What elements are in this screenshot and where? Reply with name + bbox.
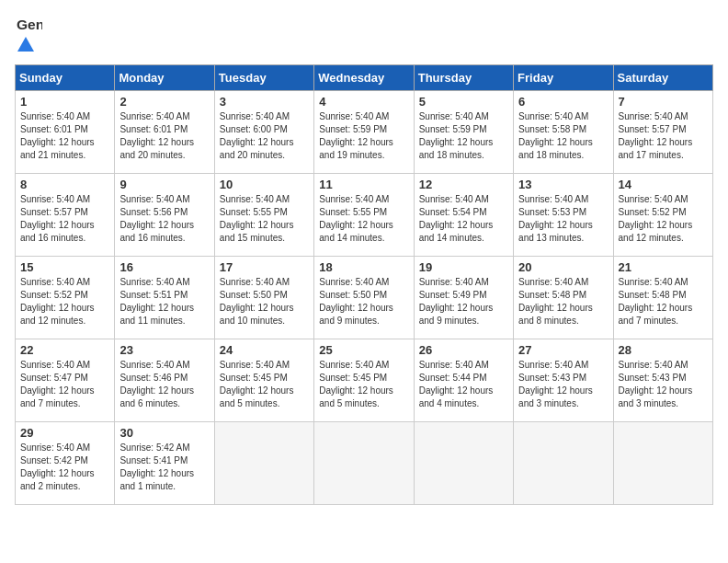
calendar-cell bbox=[314, 422, 414, 505]
weekday-header-saturday: Saturday bbox=[613, 65, 712, 91]
calendar-cell: 27 Sunrise: 5:40 AMSunset: 5:43 PMDaylig… bbox=[514, 339, 613, 422]
calendar-cell: 9 Sunrise: 5:40 AMSunset: 5:56 PMDayligh… bbox=[115, 174, 214, 257]
calendar-week-row: 29 Sunrise: 5:40 AMSunset: 5:42 PMDaylig… bbox=[16, 422, 713, 505]
day-number: 8 bbox=[20, 178, 109, 191]
calendar-cell: 12 Sunrise: 5:40 AMSunset: 5:54 PMDaylig… bbox=[414, 174, 513, 257]
day-info: Sunrise: 5:40 AMSunset: 5:50 PMDaylight:… bbox=[220, 277, 294, 326]
weekday-header-monday: Monday bbox=[115, 65, 214, 91]
day-number: 29 bbox=[20, 426, 109, 440]
day-number: 26 bbox=[419, 343, 508, 357]
calendar-cell: 17 Sunrise: 5:40 AMSunset: 5:50 PMDaylig… bbox=[214, 257, 313, 339]
calendar-cell: 4 Sunrise: 5:40 AMSunset: 5:59 PMDayligh… bbox=[314, 91, 414, 174]
calendar-cell: 21 Sunrise: 5:40 AMSunset: 5:48 PMDaylig… bbox=[613, 257, 712, 339]
calendar-week-row: 22 Sunrise: 5:40 AMSunset: 5:47 PMDaylig… bbox=[16, 339, 713, 422]
weekday-header-friday: Friday bbox=[514, 65, 613, 91]
calendar-cell: 19 Sunrise: 5:40 AMSunset: 5:49 PMDaylig… bbox=[414, 257, 513, 339]
calendar-cell: 18 Sunrise: 5:40 AMSunset: 5:50 PMDaylig… bbox=[314, 257, 414, 339]
day-info: Sunrise: 5:40 AMSunset: 5:45 PMDaylight:… bbox=[319, 360, 393, 408]
day-number: 28 bbox=[619, 343, 708, 357]
calendar-cell: 1 Sunrise: 5:40 AMSunset: 6:01 PMDayligh… bbox=[16, 91, 115, 174]
day-info: Sunrise: 5:40 AMSunset: 5:59 PMDaylight:… bbox=[319, 111, 393, 160]
day-number: 16 bbox=[119, 260, 209, 274]
calendar-cell: 20 Sunrise: 5:40 AMSunset: 5:48 PMDaylig… bbox=[514, 257, 613, 339]
weekday-header-row: SundayMondayTuesdayWednesdayThursdayFrid… bbox=[16, 65, 713, 91]
day-info: Sunrise: 5:40 AMSunset: 5:45 PMDaylight:… bbox=[220, 360, 294, 408]
calendar-cell: 7 Sunrise: 5:40 AMSunset: 5:57 PMDayligh… bbox=[613, 91, 712, 174]
day-info: Sunrise: 5:40 AMSunset: 5:48 PMDaylight:… bbox=[518, 277, 593, 326]
day-info: Sunrise: 5:40 AMSunset: 6:01 PMDaylight:… bbox=[119, 111, 194, 160]
calendar-cell: 3 Sunrise: 5:40 AMSunset: 6:00 PMDayligh… bbox=[214, 91, 313, 174]
day-info: Sunrise: 5:40 AMSunset: 5:56 PMDaylight:… bbox=[119, 194, 194, 243]
day-number: 3 bbox=[220, 95, 309, 109]
day-info: Sunrise: 5:40 AMSunset: 5:42 PMDaylight:… bbox=[20, 442, 95, 491]
day-number: 2 bbox=[119, 95, 209, 109]
day-number: 15 bbox=[20, 260, 109, 274]
calendar-cell: 6 Sunrise: 5:40 AMSunset: 5:58 PMDayligh… bbox=[514, 91, 613, 174]
calendar-cell bbox=[214, 422, 313, 505]
calendar-week-row: 1 Sunrise: 5:40 AMSunset: 6:01 PMDayligh… bbox=[16, 91, 713, 174]
calendar-cell: 24 Sunrise: 5:40 AMSunset: 5:45 PMDaylig… bbox=[214, 339, 313, 422]
day-number: 11 bbox=[319, 178, 408, 191]
calendar-cell: 22 Sunrise: 5:40 AMSunset: 5:47 PMDaylig… bbox=[16, 339, 115, 422]
calendar-cell: 25 Sunrise: 5:40 AMSunset: 5:45 PMDaylig… bbox=[314, 339, 414, 422]
day-info: Sunrise: 5:42 AMSunset: 5:41 PMDaylight:… bbox=[119, 442, 194, 491]
calendar-cell: 28 Sunrise: 5:40 AMSunset: 5:43 PMDaylig… bbox=[613, 339, 712, 422]
logo-triangle-icon bbox=[16, 35, 36, 55]
day-number: 25 bbox=[319, 343, 408, 357]
day-number: 6 bbox=[518, 95, 608, 109]
weekday-header-sunday: Sunday bbox=[16, 65, 115, 91]
calendar-cell: 11 Sunrise: 5:40 AMSunset: 5:55 PMDaylig… bbox=[314, 174, 414, 257]
day-number: 20 bbox=[518, 260, 608, 274]
svg-marker-1 bbox=[17, 37, 34, 52]
page-header: General bbox=[15, 15, 713, 55]
day-info: Sunrise: 5:40 AMSunset: 5:53 PMDaylight:… bbox=[518, 194, 593, 243]
day-info: Sunrise: 5:40 AMSunset: 6:00 PMDaylight:… bbox=[220, 111, 294, 160]
day-number: 21 bbox=[619, 260, 708, 274]
day-info: Sunrise: 5:40 AMSunset: 5:52 PMDaylight:… bbox=[619, 194, 693, 243]
day-info: Sunrise: 5:40 AMSunset: 5:52 PMDaylight:… bbox=[20, 277, 95, 326]
day-number: 1 bbox=[20, 95, 109, 109]
day-info: Sunrise: 5:40 AMSunset: 5:43 PMDaylight:… bbox=[518, 360, 593, 408]
calendar-cell: 5 Sunrise: 5:40 AMSunset: 5:59 PMDayligh… bbox=[414, 91, 513, 174]
day-number: 7 bbox=[619, 95, 708, 109]
calendar-cell: 16 Sunrise: 5:40 AMSunset: 5:51 PMDaylig… bbox=[115, 257, 214, 339]
logo-icon: General bbox=[17, 15, 42, 35]
calendar-cell bbox=[414, 422, 513, 505]
calendar-cell: 10 Sunrise: 5:40 AMSunset: 5:55 PMDaylig… bbox=[214, 174, 313, 257]
day-info: Sunrise: 5:40 AMSunset: 5:50 PMDaylight:… bbox=[319, 277, 393, 326]
day-info: Sunrise: 5:40 AMSunset: 5:43 PMDaylight:… bbox=[619, 360, 693, 408]
day-info: Sunrise: 5:40 AMSunset: 5:59 PMDaylight:… bbox=[419, 111, 494, 160]
day-number: 24 bbox=[220, 343, 309, 357]
day-info: Sunrise: 5:40 AMSunset: 5:55 PMDaylight:… bbox=[220, 194, 294, 243]
calendar-cell: 2 Sunrise: 5:40 AMSunset: 6:01 PMDayligh… bbox=[115, 91, 214, 174]
day-number: 18 bbox=[319, 260, 408, 274]
day-number: 10 bbox=[220, 178, 309, 191]
calendar-cell: 30 Sunrise: 5:42 AMSunset: 5:41 PMDaylig… bbox=[115, 422, 214, 505]
calendar-cell bbox=[514, 422, 613, 505]
day-number: 13 bbox=[518, 178, 608, 191]
day-number: 19 bbox=[419, 260, 508, 274]
day-info: Sunrise: 5:40 AMSunset: 5:57 PMDaylight:… bbox=[20, 194, 95, 243]
day-info: Sunrise: 5:40 AMSunset: 5:48 PMDaylight:… bbox=[619, 277, 693, 326]
calendar-cell: 8 Sunrise: 5:40 AMSunset: 5:57 PMDayligh… bbox=[16, 174, 115, 257]
day-info: Sunrise: 5:40 AMSunset: 5:44 PMDaylight:… bbox=[419, 360, 494, 408]
day-info: Sunrise: 5:40 AMSunset: 5:47 PMDaylight:… bbox=[20, 360, 95, 408]
day-number: 22 bbox=[20, 343, 109, 357]
calendar-cell: 29 Sunrise: 5:40 AMSunset: 5:42 PMDaylig… bbox=[16, 422, 115, 505]
calendar-table: SundayMondayTuesdayWednesdayThursdayFrid… bbox=[15, 64, 713, 505]
calendar-week-row: 8 Sunrise: 5:40 AMSunset: 5:57 PMDayligh… bbox=[16, 174, 713, 257]
day-number: 9 bbox=[119, 178, 209, 191]
calendar-cell: 26 Sunrise: 5:40 AMSunset: 5:44 PMDaylig… bbox=[414, 339, 513, 422]
day-info: Sunrise: 5:40 AMSunset: 5:51 PMDaylight:… bbox=[119, 277, 194, 326]
day-number: 27 bbox=[518, 343, 608, 357]
weekday-header-thursday: Thursday bbox=[414, 65, 513, 91]
day-number: 4 bbox=[319, 95, 408, 109]
day-number: 30 bbox=[119, 426, 209, 440]
day-info: Sunrise: 5:40 AMSunset: 5:54 PMDaylight:… bbox=[419, 194, 494, 243]
calendar-cell: 13 Sunrise: 5:40 AMSunset: 5:53 PMDaylig… bbox=[514, 174, 613, 257]
calendar-cell: 14 Sunrise: 5:40 AMSunset: 5:52 PMDaylig… bbox=[613, 174, 712, 257]
day-number: 5 bbox=[419, 95, 508, 109]
calendar-cell: 15 Sunrise: 5:40 AMSunset: 5:52 PMDaylig… bbox=[16, 257, 115, 339]
logo-text: General bbox=[15, 15, 42, 35]
day-info: Sunrise: 5:40 AMSunset: 5:55 PMDaylight:… bbox=[319, 194, 393, 243]
